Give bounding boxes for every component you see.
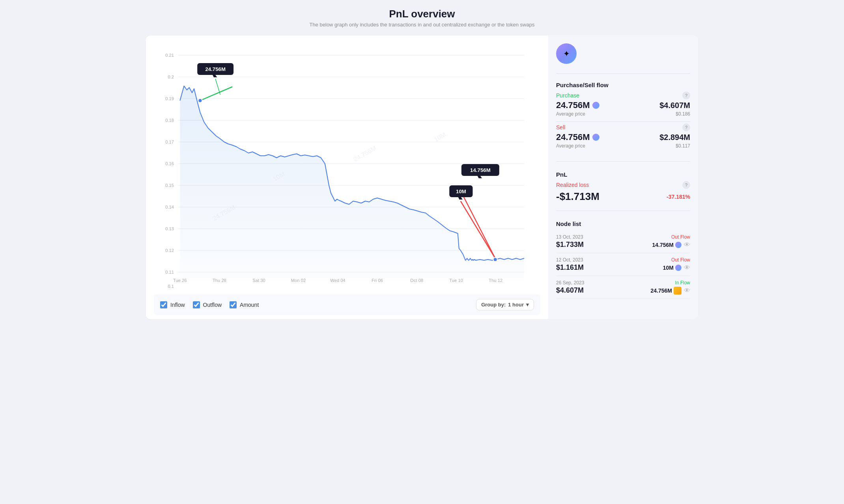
token-dot-sell	[592, 134, 599, 141]
purchase-sell-section: Purchase/Sell flow Purchase ? 24.756M $4…	[556, 82, 690, 153]
svg-text:0.21: 0.21	[165, 53, 174, 58]
svg-point-36	[493, 258, 497, 261]
purchase-avg-label: Average price	[556, 111, 585, 117]
svg-line-35	[461, 201, 495, 258]
node-item-1: 13 Oct, 2023 Out Flow $1.733M 14.756M 👁	[556, 230, 690, 253]
group-by-prefix: Group by:	[481, 302, 506, 308]
divider-sell	[556, 121, 690, 122]
group-by-selector[interactable]: Group by: 1 hour ▾	[476, 299, 534, 310]
realized-amount: -$1.713M	[556, 190, 599, 203]
divider-top	[556, 73, 690, 74]
svg-text:Wed 04: Wed 04	[330, 278, 345, 283]
svg-text:24.756M: 24.756M	[205, 66, 226, 72]
svg-text:Thu 28: Thu 28	[213, 278, 226, 283]
outflow-checkbox[interactable]	[193, 301, 200, 308]
svg-marker-46	[458, 197, 463, 200]
node-3-usd: $4.607M	[556, 286, 584, 295]
sell-avg-label: Average price	[556, 143, 585, 149]
svg-text:0.16: 0.16	[165, 161, 174, 166]
node-2-eye-icon[interactable]: 👁	[684, 264, 690, 271]
legend-inflow: Inflow	[160, 301, 185, 308]
svg-text:Tue 10: Tue 10	[449, 278, 463, 283]
node-2-flow: Out Flow	[671, 257, 690, 263]
purchase-tokens: 24.756M	[556, 100, 599, 110]
svg-text:Mon 02: Mon 02	[291, 278, 306, 283]
token-dot-2	[675, 265, 682, 271]
token-icon: ✦	[556, 43, 577, 64]
sell-help-icon[interactable]: ?	[682, 123, 690, 131]
token-dot-1	[675, 242, 682, 248]
chart-legend: Inflow Outflow Amount Group by: 1 hour ▾	[154, 294, 540, 315]
group-by-value: 1 hour	[508, 302, 524, 308]
node-1-usd: $1.733M	[556, 241, 584, 249]
svg-line-40	[215, 79, 220, 95]
svg-text:Oct 08: Oct 08	[410, 278, 423, 283]
svg-point-33	[198, 99, 202, 103]
node-1-eye-icon[interactable]: 👁	[684, 241, 690, 248]
svg-text:10M: 10M	[433, 131, 447, 143]
svg-text:0.11: 0.11	[165, 270, 174, 274]
node-3-eye-icon[interactable]: 👁	[684, 287, 690, 294]
node-item-2: 12 Oct, 2023 Out Flow $1.161M 10M 👁	[556, 253, 690, 276]
inflow-label: Inflow	[170, 302, 185, 308]
purchase-usd: $4.607M	[659, 101, 690, 110]
svg-text:0.17: 0.17	[165, 140, 174, 144]
legend-outflow: Outflow	[193, 301, 222, 308]
node-1-date: 13 Oct, 2023	[556, 234, 583, 240]
node-item-3: 26 Sep, 2023 In Flow $4.607M 24.756M 👁	[556, 276, 690, 299]
node-2-usd: $1.161M	[556, 263, 584, 272]
sell-usd: $2.894M	[659, 133, 690, 142]
token-dot	[592, 102, 599, 109]
token-dot-gold	[674, 287, 682, 295]
svg-text:0.15: 0.15	[165, 183, 174, 188]
purchase-sell-title: Purchase/Sell flow	[556, 82, 690, 88]
svg-text:0.14: 0.14	[165, 205, 174, 209]
inflow-checkbox[interactable]	[160, 301, 167, 308]
sell-label: Sell	[556, 124, 565, 131]
purchase-label: Purchase	[556, 92, 579, 99]
purchase-block: Purchase ? 24.756M $4.607M Average price…	[556, 91, 690, 117]
svg-text:Sat 30: Sat 30	[252, 278, 265, 283]
purchase-avg-value: $0.186	[676, 111, 690, 117]
node-2-date: 12 Oct, 2023	[556, 257, 583, 263]
node-3-tokens: 24.756M	[651, 287, 682, 295]
node-list-title: Node list	[556, 220, 690, 227]
pnl-title: PnL	[556, 171, 690, 178]
svg-text:0.12: 0.12	[165, 248, 174, 253]
sell-avg-value: $0.117	[676, 143, 690, 149]
purchase-help-icon[interactable]: ?	[682, 91, 690, 99]
node-1-flow: Out Flow	[671, 234, 690, 240]
realized-pct: -37.181%	[667, 194, 690, 200]
svg-text:0.2: 0.2	[168, 75, 174, 79]
node-list-section: Node list 13 Oct, 2023 Out Flow $1.733M …	[556, 220, 690, 299]
chevron-down-icon: ▾	[526, 302, 529, 308]
svg-marker-43	[478, 176, 482, 178]
chart-panel: 0.21 0.2 0.19 0.18 0.17 0.16 0.15 0.14 0…	[146, 35, 548, 319]
outflow-label: Outflow	[203, 302, 222, 308]
svg-text:10M: 10M	[456, 189, 466, 194]
node-1-tokens: 14.756M	[652, 242, 682, 248]
realized-help-icon[interactable]: ?	[682, 181, 690, 189]
legend-amount: Amount	[230, 301, 259, 308]
chart-area: 0.21 0.2 0.19 0.18 0.17 0.16 0.15 0.14 0…	[154, 43, 540, 288]
right-panel: ✦ Purchase/Sell flow Purchase ? 24.756M …	[548, 35, 698, 319]
divider-pnl	[556, 161, 690, 162]
svg-text:Tue 26: Tue 26	[173, 278, 187, 283]
svg-text:0.1: 0.1	[168, 284, 174, 288]
svg-text:24.756M: 24.756M	[352, 144, 377, 163]
sell-tokens: 24.756M	[556, 132, 599, 142]
page-subtitle: The below graph only includes the transa…	[310, 22, 535, 28]
pnl-section: PnL Realized loss ? -$1.713M -37.181%	[556, 171, 690, 203]
price-chart: 0.21 0.2 0.19 0.18 0.17 0.16 0.15 0.14 0…	[154, 43, 540, 288]
svg-text:Thu 12: Thu 12	[489, 278, 502, 283]
page-title: PnL overview	[310, 8, 535, 20]
svg-text:0.13: 0.13	[165, 226, 174, 231]
node-3-flow: In Flow	[675, 280, 690, 286]
realized-label: Realized loss	[556, 182, 589, 188]
svg-text:Fri 06: Fri 06	[372, 278, 383, 283]
node-3-date: 26 Sep, 2023	[556, 280, 584, 286]
amount-checkbox[interactable]	[230, 301, 237, 308]
divider-nodes	[556, 211, 690, 211]
svg-text:14.756M: 14.756M	[470, 167, 491, 173]
sell-block: Sell ? 24.756M $2.894M Average price $0.…	[556, 123, 690, 149]
